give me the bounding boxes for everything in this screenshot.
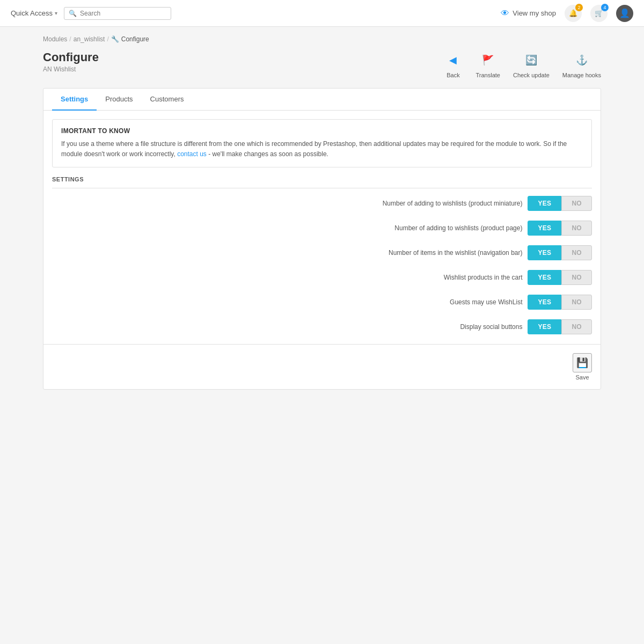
toggle-no-social[interactable]: NO — [561, 319, 592, 334]
breadcrumb-modules[interactable]: Modules — [43, 35, 67, 43]
toggle-nav-bar: YES NO — [528, 245, 592, 260]
toggle-no-cart[interactable]: NO — [561, 270, 592, 285]
toggle-no-miniature[interactable]: NO — [561, 196, 592, 211]
flag-icon: 🚩 — [482, 54, 494, 66]
notifications-badge: 2 — [575, 4, 583, 11]
setting-row-social: Display social buttons YES NO — [52, 319, 592, 334]
toggle-yes-social[interactable]: YES — [528, 319, 561, 334]
search-icon: 🔍 — [69, 10, 77, 17]
toggle-guests: YES NO — [528, 295, 592, 310]
tab-settings[interactable]: Settings — [52, 89, 97, 111]
back-label: Back — [447, 72, 459, 78]
tab-products[interactable]: Products — [97, 89, 141, 111]
notifications-button[interactable]: 🔔 2 — [565, 5, 582, 22]
search-box: 🔍 — [64, 7, 171, 20]
notice-title: IMORTANT TO KNOW — [61, 127, 583, 135]
notice-text-after: - we'll make changes as soon as possible… — [208, 150, 328, 158]
notice-section: IMORTANT TO KNOW If you use a theme wher… — [52, 119, 592, 167]
check-update-button[interactable]: 🔄 Check update — [513, 50, 550, 78]
toggle-product-page: YES NO — [528, 221, 592, 236]
translate-label: Translate — [475, 72, 500, 78]
breadcrumb-an-wishlist[interactable]: an_wishlist — [74, 35, 105, 43]
cart-badge: 4 — [601, 4, 609, 11]
setting-row-cart: Wishlist products in the cart YES NO — [52, 270, 592, 285]
breadcrumb-wrench-icon: 🔧 — [111, 35, 119, 43]
back-button[interactable]: ◀ Back — [443, 50, 463, 78]
setting-row-product-miniature: Number of adding to wishlists (product m… — [52, 196, 592, 211]
page-title-block: Configure AN Wishlist — [43, 50, 99, 73]
user-icon: 👤 — [619, 8, 630, 18]
setting-label-miniature: Number of adding to wishlists (product m… — [383, 200, 523, 207]
quick-access-label: Quick Access — [11, 9, 53, 17]
page-subtitle: AN Wishlist — [43, 65, 99, 73]
setting-row-product-page: Number of adding to wishlists (product p… — [52, 221, 592, 236]
view-shop-button[interactable]: 👁 View my shop — [501, 9, 556, 18]
chevron-down-icon: ▾ — [55, 10, 57, 16]
setting-label-social: Display social buttons — [460, 323, 522, 331]
setting-label-nav-bar: Number of items in the wishlist (navigat… — [389, 249, 522, 257]
toggle-no-guests[interactable]: NO — [561, 295, 592, 310]
setting-row-guests: Guests may use WishList YES NO — [52, 295, 592, 310]
breadcrumb-configure: Configure — [121, 35, 149, 43]
breadcrumb-sep-1: / — [69, 35, 71, 43]
manage-hooks-label: Manage hooks — [562, 72, 601, 78]
translate-button[interactable]: 🚩 Translate — [475, 50, 500, 78]
toggle-miniature: YES NO — [528, 196, 592, 211]
setting-row-nav-bar: Number of items in the wishlist (navigat… — [52, 245, 592, 260]
settings-section: SETTINGS Number of adding to wishlists (… — [52, 176, 592, 334]
toggle-yes-nav-bar[interactable]: YES — [528, 245, 561, 260]
toggle-cart: YES NO — [528, 270, 592, 285]
toggle-no-nav-bar[interactable]: NO — [561, 245, 592, 260]
contact-us-link[interactable]: contact us — [177, 150, 207, 158]
save-label: Save — [575, 374, 589, 380]
breadcrumb: Modules / an_wishlist / 🔧 Configure — [43, 35, 601, 43]
quick-access-menu[interactable]: Quick Access ▾ — [11, 9, 57, 17]
main-panel: Settings Products Customers IMORTANT TO … — [43, 88, 601, 390]
cart-button[interactable]: 🛒 4 — [590, 5, 608, 22]
tabs-container: Settings Products Customers — [43, 89, 601, 111]
save-button[interactable]: 💾 Save — [573, 353, 592, 380]
toggle-yes-product-page[interactable]: YES — [528, 221, 561, 236]
settings-section-title: SETTINGS — [52, 176, 592, 188]
save-section: 💾 Save — [43, 344, 601, 389]
toggle-social: YES NO — [528, 319, 592, 334]
header-actions: ◀ Back 🚩 Translate 🔄 Check update — [443, 50, 601, 78]
setting-label-product-page: Number of adding to wishlists (product p… — [394, 224, 522, 232]
eye-icon: 👁 — [501, 9, 509, 18]
tab-customers[interactable]: Customers — [142, 89, 193, 111]
setting-label-cart: Wishlist products in the cart — [444, 274, 523, 281]
anchor-icon: ⚓ — [576, 54, 588, 66]
page-title: Configure — [43, 50, 99, 64]
setting-label-guests: Guests may use WishList — [450, 298, 522, 306]
toggle-yes-miniature[interactable]: YES — [528, 196, 561, 211]
toggle-yes-cart[interactable]: YES — [528, 270, 561, 285]
manage-hooks-button[interactable]: ⚓ Manage hooks — [562, 50, 601, 78]
save-icon: 💾 — [573, 353, 592, 372]
search-input[interactable] — [80, 10, 166, 17]
breadcrumb-sep-2: / — [107, 35, 108, 43]
user-avatar-button[interactable]: 👤 — [616, 5, 633, 22]
refresh-icon: 🔄 — [525, 54, 537, 66]
notice-text: If you use a theme where a file structur… — [61, 139, 583, 159]
page-header: Configure AN Wishlist ◀ Back 🚩 Translate — [43, 50, 601, 78]
back-icon: ◀ — [449, 54, 457, 66]
toggle-yes-guests[interactable]: YES — [528, 295, 561, 310]
view-shop-label: View my shop — [513, 9, 556, 17]
check-update-label: Check update — [513, 72, 550, 78]
toggle-no-product-page[interactable]: NO — [561, 221, 592, 236]
